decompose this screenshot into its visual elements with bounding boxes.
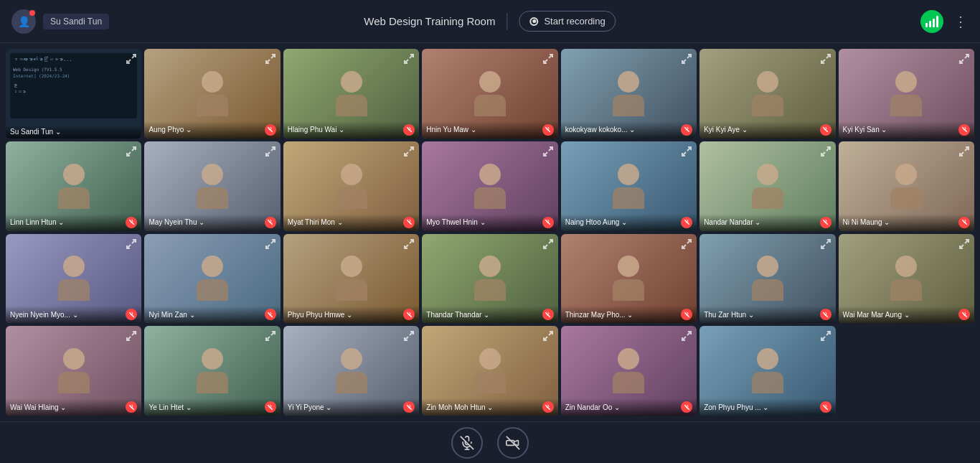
expand-icon[interactable] [264, 329, 277, 342]
svg-line-29 [268, 220, 273, 224]
video-tile: kokokyaw kokoko... ⌄ [561, 49, 697, 139]
more-options-button[interactable]: ⋮ [953, 13, 969, 30]
expand-icon[interactable] [542, 145, 555, 158]
expand-icon[interactable] [958, 238, 971, 251]
participant-name: Nandar Nandar ⌄ [704, 218, 760, 226]
tile-name-bar: Nandar Nandar ⌄ [699, 214, 835, 231]
participant-name: Ye Lin Htet ⌄ [149, 403, 191, 411]
tile-name-bar: Su Sandi Tun ⌄ [6, 125, 141, 139]
tile-name-bar: May Nyein Thu ⌄ [144, 214, 280, 231]
signal-icon[interactable] [920, 10, 943, 33]
mute-button[interactable] [451, 427, 483, 459]
expand-icon[interactable] [264, 238, 277, 251]
expand-icon[interactable] [958, 52, 971, 65]
svg-line-80 [684, 405, 689, 409]
svg-line-65 [962, 312, 966, 317]
mic-muted-icon [403, 309, 415, 320]
svg-line-83 [823, 405, 827, 409]
record-dot-icon [529, 17, 538, 26]
svg-line-38 [684, 220, 689, 224]
tile-name-bar: Yi Yi Pyone ⌄ [283, 398, 419, 416]
top-bar-left: 👤 Su Sandi Tun [11, 9, 109, 34]
svg-line-47 [129, 312, 133, 317]
tile-name-bar: Kyi Kyi Aye ⌄ [699, 121, 835, 139]
svg-rect-0 [925, 23, 928, 27]
current-user-label: Su Sandi Tun [43, 14, 109, 29]
expand-icon[interactable] [819, 329, 832, 342]
participant-name: Zin Nandar Oo ⌄ [565, 403, 620, 411]
participant-name: May Nyein Thu ⌄ [149, 218, 204, 226]
video-tile: Nyi Min Zan ⌄ [144, 234, 280, 324]
tile-name-bar: Thu Zar Htun ⌄ [699, 306, 835, 323]
tile-name-bar: Ye Lin Htet ⌄ [144, 398, 280, 416]
svg-line-20 [823, 128, 827, 132]
tile-name-bar: Myat Thiri Mon ⌄ [283, 214, 419, 231]
start-recording-button[interactable]: Start recording [519, 11, 616, 32]
top-bar: 👤 Su Sandi Tun Web Design Training Room … [0, 0, 980, 43]
video-tile: Naing Htoo Aung ⌄ [561, 141, 697, 231]
top-bar-center: Web Design Training Room Start recording [364, 11, 616, 32]
expand-icon[interactable] [819, 238, 832, 251]
tile-name-bar: Hlaing Phu Wai ⌄ [283, 121, 419, 139]
video-tile: Myo Thwel Hnin ⌄ [422, 141, 557, 231]
video-tile: Wai Mar Mar Aung ⌄ [839, 234, 974, 324]
participant-name: Nyi Min Zan ⌄ [149, 311, 194, 319]
expand-icon[interactable] [680, 238, 693, 251]
mic-muted-icon [126, 401, 137, 413]
participant-name: Zin Moh Moh Htun ⌄ [426, 403, 493, 411]
expand-icon[interactable] [680, 145, 693, 158]
participant-name: Naing Htoo Aung ⌄ [565, 218, 627, 226]
expand-icon[interactable] [264, 145, 277, 158]
video-tile: Phyu Phyu Hmwe ⌄ [283, 234, 419, 324]
video-tile: Thu Zar Htun ⌄ [699, 234, 835, 324]
mic-muted-icon [820, 217, 831, 228]
tile-name-bar: Wai Mar Mar Aung ⌄ [839, 306, 974, 323]
participant-name: Wai Mar Mar Aung ⌄ [843, 311, 910, 319]
svg-line-44 [962, 220, 966, 224]
expand-icon[interactable] [402, 329, 415, 342]
expand-icon[interactable] [819, 52, 832, 65]
participant-name: Myat Thiri Mon ⌄ [288, 218, 343, 226]
expand-icon[interactable] [680, 329, 693, 342]
tile-name-bar: Kyi Kyi San ⌄ [839, 121, 974, 139]
expand-icon[interactable] [264, 52, 277, 65]
tile-name-bar: Myo Thwel Hnin ⌄ [422, 214, 557, 231]
participant-name: Aung Phyo ⌄ [149, 126, 192, 134]
svg-rect-3 [936, 16, 938, 27]
mic-muted-icon [820, 401, 831, 413]
expand-icon[interactable] [680, 52, 693, 65]
svg-line-87 [507, 436, 519, 449]
svg-line-11 [407, 128, 411, 132]
svg-rect-1 [929, 21, 931, 27]
expand-icon[interactable] [125, 329, 138, 342]
svg-line-50 [268, 312, 273, 317]
expand-icon[interactable] [402, 238, 415, 251]
expand-icon[interactable] [402, 52, 415, 65]
expand-icon[interactable] [125, 145, 138, 158]
mic-muted-icon [265, 309, 276, 320]
expand-icon[interactable] [819, 145, 832, 158]
participant-name: Ni Ni Maung ⌄ [843, 218, 890, 226]
video-tile: Ni Ni Maung ⌄ [839, 141, 974, 231]
participant-name: Linn Linn Htun ⌄ [10, 218, 64, 226]
tile-name-bar: Thandar Thandar ⌄ [422, 306, 557, 323]
video-button[interactable] [497, 427, 529, 459]
expand-icon[interactable] [958, 145, 971, 158]
svg-line-74 [407, 405, 411, 409]
video-tile: ဒေသနာနောက်နောင်ပြဿနာ... Web Design (TV1.… [6, 49, 141, 139]
mic-muted-icon [265, 401, 276, 413]
expand-icon[interactable] [542, 52, 555, 65]
mic-muted-icon [681, 124, 692, 136]
participant-name: Zon Phyu Phyu ... ⌄ [704, 403, 768, 411]
avatar[interactable]: 👤 [11, 9, 36, 34]
expand-icon[interactable] [125, 52, 138, 65]
expand-icon[interactable] [542, 329, 555, 342]
expand-icon[interactable] [125, 238, 138, 251]
record-label: Start recording [544, 16, 605, 27]
expand-icon[interactable] [402, 145, 415, 158]
mic-muted-icon [265, 124, 276, 136]
svg-line-17 [684, 128, 689, 132]
video-grid-container: ဒေသနာနောက်နောင်ပြဿနာ... Web Design (TV1.… [0, 45, 980, 420]
expand-icon[interactable] [542, 238, 555, 251]
svg-line-35 [545, 220, 550, 224]
